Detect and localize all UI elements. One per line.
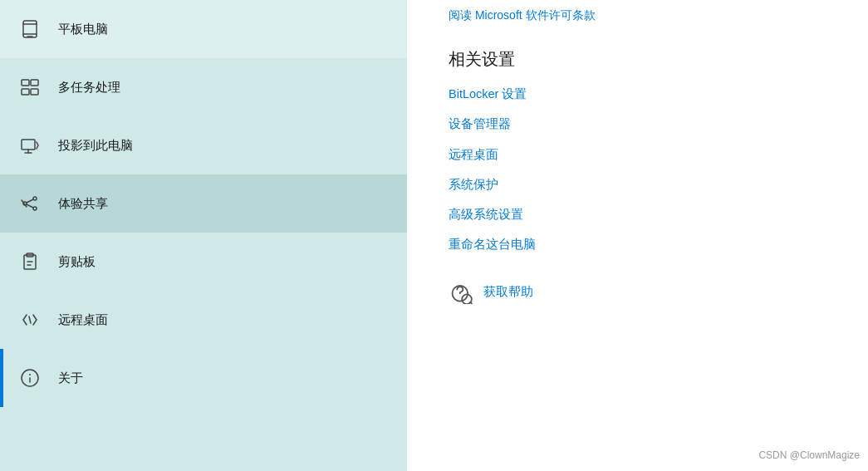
info-icon <box>17 365 43 391</box>
system-protection-link[interactable]: 系统保护 <box>449 176 835 193</box>
clipboard-icon <box>17 248 43 275</box>
svg-line-16 <box>22 200 27 207</box>
sidebar-label-about: 关于 <box>58 370 83 386</box>
sidebar: 平板电脑 多任务处理 投影到此电脑 <box>0 0 407 471</box>
sidebar-item-about[interactable]: 关于 <box>0 349 407 407</box>
svg-line-27 <box>470 302 472 303</box>
svg-line-14 <box>27 199 33 203</box>
device-manager-link[interactable]: 设备管理器 <box>449 115 835 132</box>
sidebar-item-tablet[interactable]: 平板电脑 <box>0 0 407 58</box>
rename-pc-link[interactable]: 重命名这台电脑 <box>449 236 835 253</box>
main-content: 阅读 Microsoft 软件许可条款 相关设置 BitLocker 设置 设备… <box>407 0 868 471</box>
svg-line-15 <box>27 204 33 208</box>
svg-rect-0 <box>23 21 37 37</box>
sidebar-item-clipboard[interactable]: 剪贴板 <box>0 233 407 291</box>
svg-rect-7 <box>31 89 38 95</box>
sidebar-label-project: 投影到此电脑 <box>58 138 133 154</box>
tablet-icon <box>17 16 43 42</box>
advanced-system-link[interactable]: 高级系统设置 <box>449 206 835 223</box>
project-icon <box>17 132 43 159</box>
sidebar-item-multitask[interactable]: 多任务处理 <box>0 58 407 116</box>
help-section: 获取帮助 <box>449 280 835 305</box>
remote-icon <box>17 307 43 333</box>
svg-rect-6 <box>22 89 29 95</box>
sidebar-label-clipboard: 剪贴板 <box>58 254 96 270</box>
get-help-link[interactable]: 获取帮助 <box>483 284 533 300</box>
watermark: CSDN @ClownMagize <box>758 449 860 461</box>
help-icon <box>449 280 473 305</box>
read-license-link[interactable]: 阅读 Microsoft 软件许可条款 <box>449 8 835 23</box>
sidebar-item-shared[interactable]: 体验共享 <box>0 174 407 233</box>
sidebar-label-multitask: 多任务处理 <box>58 80 120 96</box>
sidebar-item-project[interactable]: 投影到此电脑 <box>0 116 407 174</box>
remote-desktop-link[interactable]: 远程桌面 <box>449 146 835 163</box>
shared-icon <box>17 190 43 217</box>
sidebar-label-remote: 远程桌面 <box>58 312 108 328</box>
related-settings-title: 相关设置 <box>449 48 835 71</box>
bitlocker-link[interactable]: BitLocker 设置 <box>449 86 835 102</box>
svg-rect-4 <box>22 80 29 86</box>
sidebar-label-tablet: 平板电脑 <box>58 22 108 37</box>
svg-line-21 <box>29 316 31 323</box>
svg-rect-5 <box>31 80 38 86</box>
sidebar-item-remote[interactable]: 远程桌面 <box>0 291 407 349</box>
multitask-icon <box>17 74 43 101</box>
sidebar-label-shared: 体验共享 <box>58 196 108 212</box>
svg-rect-8 <box>22 140 35 150</box>
